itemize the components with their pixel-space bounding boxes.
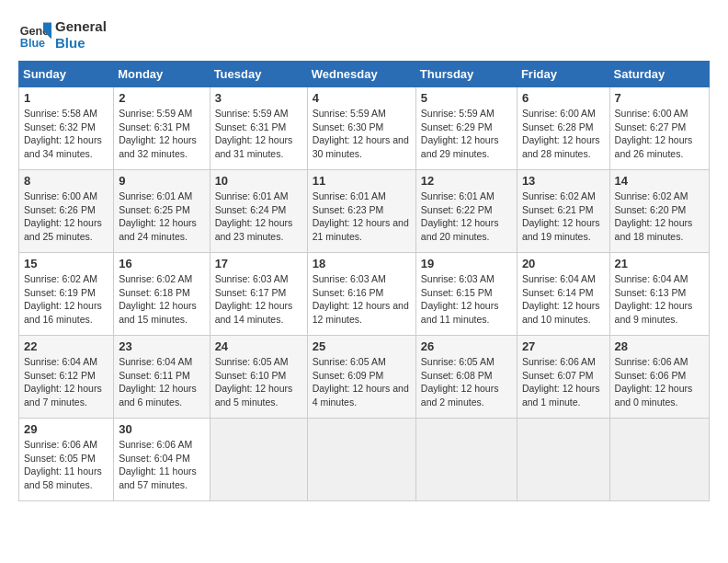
day-info: Sunrise: 6:01 AMSunset: 6:22 PMDaylight:… [421,190,512,244]
day-info: Sunrise: 5:59 AMSunset: 6:30 PMDaylight:… [313,107,411,161]
day-number: 8 [24,174,108,188]
calendar-cell: 27Sunrise: 6:06 AMSunset: 6:07 PMDayligh… [517,336,609,419]
weekday-header-saturday: Saturday [609,62,709,87]
day-number: 12 [421,174,512,188]
calendar-week-1: 1Sunrise: 5:58 AMSunset: 6:32 PMDaylight… [19,87,710,170]
day-info: Sunrise: 5:59 AMSunset: 6:31 PMDaylight:… [215,107,302,161]
logo: General Blue General Blue [18,18,107,52]
day-number: 21 [615,257,704,270]
day-number: 16 [119,257,204,270]
calendar-week-2: 8Sunrise: 6:00 AMSunset: 6:26 PMDaylight… [19,170,710,253]
day-number: 14 [615,174,704,188]
weekday-header-friday: Friday [517,62,609,87]
weekday-header-tuesday: Tuesday [210,62,307,87]
calendar-cell: 10Sunrise: 6:01 AMSunset: 6:24 PMDayligh… [210,170,307,253]
day-info: Sunrise: 6:06 AMSunset: 6:06 PMDaylight:… [615,355,704,409]
day-info: Sunrise: 6:05 AMSunset: 6:09 PMDaylight:… [313,355,411,409]
weekday-header-monday: Monday [114,62,210,87]
calendar-cell [517,419,609,501]
day-number: 29 [24,422,108,436]
day-number: 23 [119,339,204,353]
calendar-cell: 7Sunrise: 6:00 AMSunset: 6:27 PMDaylight… [609,87,709,170]
day-number: 2 [119,91,204,105]
day-number: 26 [421,339,512,353]
day-info: Sunrise: 6:02 AMSunset: 6:21 PMDaylight:… [522,190,605,244]
calendar-cell: 2Sunrise: 5:59 AMSunset: 6:31 PMDaylight… [114,87,210,170]
calendar-cell: 28Sunrise: 6:06 AMSunset: 6:06 PMDayligh… [609,336,709,419]
calendar-cell: 19Sunrise: 6:03 AMSunset: 6:15 PMDayligh… [415,253,517,336]
calendar-cell: 16Sunrise: 6:02 AMSunset: 6:18 PMDayligh… [114,253,210,336]
calendar-cell: 26Sunrise: 6:05 AMSunset: 6:08 PMDayligh… [415,336,517,419]
calendar-week-3: 15Sunrise: 6:02 AMSunset: 6:19 PMDayligh… [19,253,710,336]
day-info: Sunrise: 6:00 AMSunset: 6:26 PMDaylight:… [24,190,108,244]
day-info: Sunrise: 6:01 AMSunset: 6:23 PMDaylight:… [313,190,411,244]
calendar-cell: 8Sunrise: 6:00 AMSunset: 6:26 PMDaylight… [19,170,114,253]
day-info: Sunrise: 6:00 AMSunset: 6:28 PMDaylight:… [522,107,605,161]
calendar-cell: 15Sunrise: 6:02 AMSunset: 6:19 PMDayligh… [19,253,114,336]
day-info: Sunrise: 6:05 AMSunset: 6:08 PMDaylight:… [421,355,512,409]
day-info: Sunrise: 6:05 AMSunset: 6:10 PMDaylight:… [215,355,302,409]
day-number: 18 [313,257,411,270]
day-number: 11 [313,174,411,188]
calendar-week-4: 22Sunrise: 6:04 AMSunset: 6:12 PMDayligh… [19,336,710,419]
calendar-body: 1Sunrise: 5:58 AMSunset: 6:32 PMDaylight… [19,87,710,501]
calendar-cell: 30Sunrise: 6:06 AMSunset: 6:04 PMDayligh… [114,419,210,501]
calendar-cell: 20Sunrise: 6:04 AMSunset: 6:14 PMDayligh… [517,253,609,336]
day-number: 5 [421,91,512,105]
day-info: Sunrise: 6:04 AMSunset: 6:13 PMDaylight:… [615,272,704,327]
day-number: 27 [522,339,605,353]
day-info: Sunrise: 6:04 AMSunset: 6:14 PMDaylight:… [522,272,605,327]
calendar-cell: 11Sunrise: 6:01 AMSunset: 6:23 PMDayligh… [307,170,415,253]
day-number: 3 [215,91,302,105]
day-info: Sunrise: 6:01 AMSunset: 6:24 PMDaylight:… [215,190,302,244]
header: General Blue General Blue [18,18,710,52]
day-info: Sunrise: 6:04 AMSunset: 6:12 PMDaylight:… [24,355,108,409]
day-number: 6 [522,91,605,105]
day-number: 20 [522,257,605,270]
day-info: Sunrise: 6:01 AMSunset: 6:25 PMDaylight:… [119,190,204,244]
calendar-cell: 1Sunrise: 5:58 AMSunset: 6:32 PMDaylight… [19,87,114,170]
day-number: 10 [215,174,302,188]
day-info: Sunrise: 5:59 AMSunset: 6:31 PMDaylight:… [119,107,204,161]
logo-line2: Blue [55,35,107,52]
day-info: Sunrise: 6:02 AMSunset: 6:19 PMDaylight:… [24,272,108,327]
day-info: Sunrise: 6:03 AMSunset: 6:16 PMDaylight:… [313,272,411,327]
calendar-cell: 12Sunrise: 6:01 AMSunset: 6:22 PMDayligh… [415,170,517,253]
day-number: 1 [24,91,108,105]
day-number: 17 [215,257,302,270]
calendar-cell [609,419,709,501]
calendar-cell: 3Sunrise: 5:59 AMSunset: 6:31 PMDaylight… [210,87,307,170]
day-info: Sunrise: 6:04 AMSunset: 6:11 PMDaylight:… [119,355,204,409]
day-number: 13 [522,174,605,188]
calendar-cell: 5Sunrise: 5:59 AMSunset: 6:29 PMDaylight… [415,87,517,170]
calendar-cell: 24Sunrise: 6:05 AMSunset: 6:10 PMDayligh… [210,336,307,419]
calendar-header-row: SundayMondayTuesdayWednesdayThursdayFrid… [19,62,710,87]
calendar-cell: 14Sunrise: 6:02 AMSunset: 6:20 PMDayligh… [609,170,709,253]
weekday-header-thursday: Thursday [415,62,517,87]
day-number: 15 [24,257,108,270]
day-info: Sunrise: 6:02 AMSunset: 6:20 PMDaylight:… [615,190,704,244]
calendar-cell [307,419,415,501]
weekday-header-sunday: Sunday [19,62,114,87]
calendar-cell: 25Sunrise: 6:05 AMSunset: 6:09 PMDayligh… [307,336,415,419]
day-info: Sunrise: 6:00 AMSunset: 6:27 PMDaylight:… [615,107,704,161]
day-info: Sunrise: 6:06 AMSunset: 6:07 PMDaylight:… [522,355,605,409]
weekday-header-wednesday: Wednesday [307,62,415,87]
day-info: Sunrise: 6:06 AMSunset: 6:05 PMDaylight:… [24,438,108,492]
logo-icon: General Blue [18,18,51,52]
day-number: 9 [119,174,204,188]
calendar-cell: 4Sunrise: 5:59 AMSunset: 6:30 PMDaylight… [307,87,415,170]
day-number: 22 [24,339,108,353]
calendar-cell: 17Sunrise: 6:03 AMSunset: 6:17 PMDayligh… [210,253,307,336]
calendar-cell: 9Sunrise: 6:01 AMSunset: 6:25 PMDaylight… [114,170,210,253]
day-info: Sunrise: 6:02 AMSunset: 6:18 PMDaylight:… [119,272,204,327]
svg-text:Blue: Blue [20,37,45,50]
day-info: Sunrise: 5:58 AMSunset: 6:32 PMDaylight:… [24,107,108,161]
day-number: 28 [615,339,704,353]
calendar-cell [415,419,517,501]
calendar-table: SundayMondayTuesdayWednesdayThursdayFrid… [18,61,710,501]
day-number: 7 [615,91,704,105]
calendar-week-5: 29Sunrise: 6:06 AMSunset: 6:05 PMDayligh… [19,419,710,501]
calendar-cell: 22Sunrise: 6:04 AMSunset: 6:12 PMDayligh… [19,336,114,419]
logo-line1: General [55,18,107,35]
